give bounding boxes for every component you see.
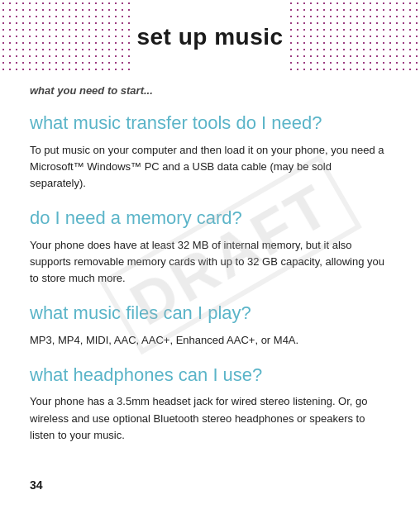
header-dots-right [288,0,420,74]
page-number: 34 [0,478,420,492]
page-title: set up music [136,24,283,50]
section-3: what music files can I play? MP3, MP4, M… [30,302,390,349]
section-3-body: MP3, MP4, MIDI, AAC, AAC+, Enhanced AAC+… [30,332,390,349]
page-header: set up music [0,0,420,74]
section-1-body: To put music on your computer and then l… [30,142,390,192]
section-1: what music transfer tools do I need? To … [30,112,390,192]
section-4-body: Your phone has a 3.5mm headset jack for … [30,393,390,443]
section-4-heading: what headphones can I use? [30,364,390,388]
section-2: do I need a memory card? Your phone does… [30,207,390,287]
section-1-heading: what music transfer tools do I need? [30,112,390,136]
section-2-body: Your phone does have at least 32 MB of i… [30,237,390,287]
section-4: what headphones can I use? Your phone ha… [30,364,390,444]
section-2-heading: do I need a memory card? [30,207,390,231]
header-dots-left [0,0,132,74]
main-content: what you need to start... what music tra… [0,74,420,475]
section-3-heading: what music files can I play? [30,302,390,326]
subtitle: what you need to start... [30,84,390,97]
